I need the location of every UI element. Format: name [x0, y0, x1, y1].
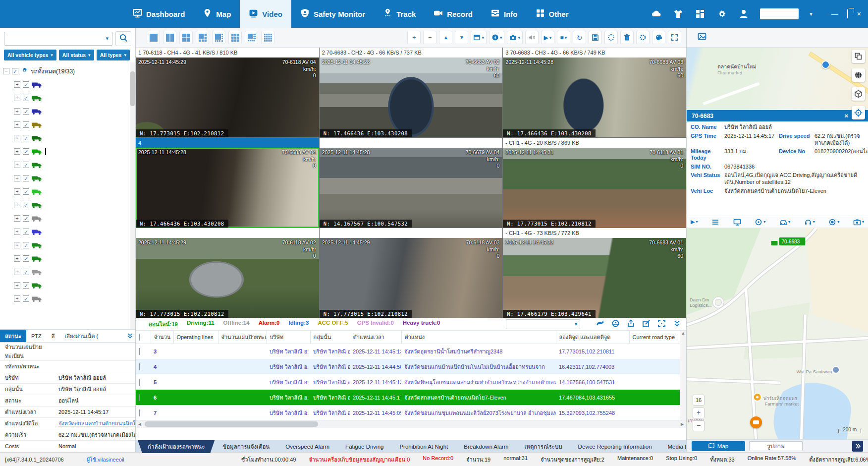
vehicle-checkbox[interactable]: ✓ — [23, 188, 29, 195]
layout-6-button[interactable] — [196, 31, 209, 44]
video-feed[interactable]: 2025-12-11 14:45:29 70-6118 AV 04km/h:0 … — [136, 58, 319, 137]
refresh-button[interactable]: ↻ — [573, 31, 586, 44]
tree-vehicle-row[interactable]: + ✓ — [14, 185, 135, 198]
vehicle-checkbox[interactable]: ✓ — [23, 81, 29, 88]
col-operating-lines[interactable]: Operating lines — [173, 331, 218, 344]
filter-dropdown[interactable]: All status ▾ — [59, 50, 94, 60]
snapshot-panel-button[interactable]: ▾ — [853, 218, 864, 226]
expand-expander[interactable]: + — [14, 108, 20, 115]
map-detail[interactable]: 70-6683 Daen Din Logistics... Wat Pa San… — [687, 228, 868, 439]
tree-vehicle-row[interactable]: + ✓ — [14, 145, 135, 158]
tabs-overflow-chevron-icon[interactable] — [127, 330, 135, 342]
col-lonlat[interactable]: ลองติจูด และแลตติจูด — [556, 331, 629, 344]
cloud-icon[interactable] — [651, 8, 662, 19]
row-checkbox[interactable] — [139, 394, 140, 401]
layers-icon[interactable] — [852, 50, 865, 63]
tree-vehicle-row[interactable]: + ✓ — [14, 225, 135, 238]
vehicle-checkbox[interactable]: ✓ — [23, 202, 29, 208]
export-icon[interactable] — [627, 319, 635, 329]
map-pin-icon[interactable] — [821, 60, 830, 69]
root-checkbox[interactable]: ✓ — [12, 68, 18, 74]
fleet-filter-select[interactable]: ▾ — [506, 319, 580, 329]
scroll-left-arrow[interactable]: ◄ — [136, 421, 144, 427]
vehicle-checkbox[interactable]: ✓ — [23, 282, 29, 289]
page-down-button[interactable]: ▼ — [455, 31, 468, 44]
user-menu-caret[interactable]: ▾ — [810, 11, 813, 17]
globe-icon[interactable] — [852, 68, 865, 82]
vehicle-checkbox[interactable]: ✓ — [23, 295, 29, 302]
tree-scrollbar[interactable] — [130, 62, 135, 329]
sidebar-tab[interactable]: PTZ — [26, 330, 47, 342]
video-feed[interactable]: 2025-12-11 14:45:28 70-6683 AV 03km/h:60… — [503, 58, 686, 137]
collapse-double-chevron-icon[interactable] — [673, 319, 681, 329]
panel-close-icon[interactable]: × — [844, 112, 848, 119]
snapshot-button[interactable]: ▾ — [507, 31, 523, 44]
layout-4-button[interactable] — [179, 31, 193, 44]
tree-vehicle-row[interactable]: + ✓ — [14, 292, 135, 305]
vehicle-command-button[interactable]: ▾ — [779, 218, 790, 226]
palette-button[interactable] — [652, 31, 665, 44]
expand-expander[interactable]: + — [14, 295, 20, 302]
tree-root-row[interactable]: − ✓ รถทั้งหมด(19/33) — [3, 64, 135, 78]
filter-dropdown[interactable]: All vehicle types ▾ — [4, 50, 56, 60]
expand-expander[interactable]: + — [14, 175, 20, 181]
tree-vehicle-row[interactable]: + ✓ — [14, 131, 135, 145]
tree-vehicle-row[interactable]: + ✓ — [14, 212, 135, 225]
table-row[interactable]: 6 บริษัท วิลาสิณี อ: บริษัท วิลาสิณี อ: … — [136, 390, 686, 405]
vehicle-checkbox[interactable]: ✓ — [23, 162, 29, 168]
trash-button[interactable] — [620, 31, 634, 44]
vehicle-checkbox[interactable]: ✓ — [23, 215, 29, 222]
tree-vehicle-row[interactable]: + ✓ — [14, 158, 135, 172]
video-feed[interactable]: 2025-12-11 14:45:28 70-6679 AV 04km/h:0 … — [320, 148, 503, 228]
play-button[interactable]: ▶▾ — [541, 31, 554, 44]
nav-tab-info[interactable]: Info — [482, 0, 527, 28]
tree-vehicle-row[interactable]: + ✓ — [14, 252, 135, 265]
col-road-type[interactable]: Current road type — [629, 331, 681, 344]
bottom-tab[interactable]: Breakdown Alarm — [456, 440, 516, 453]
col-position[interactable]: ตำแหน่ง — [401, 331, 556, 344]
sidebar-tab[interactable]: สี — [47, 330, 60, 342]
edit-icon[interactable] — [642, 319, 651, 329]
audio-mute-icon[interactable] — [525, 31, 539, 44]
video-feed[interactable]: 2025-12-11 14:45:31 70-6118 AV 01km/h:0 … — [503, 148, 686, 228]
fullscreen-expand-icon[interactable] — [657, 319, 666, 329]
video-cell-header[interactable]: - CH1 - 4G - 20 KB/S / 869 KB — [503, 138, 686, 148]
layout-9-button[interactable] — [228, 31, 242, 44]
expand-expander[interactable]: + — [14, 255, 20, 262]
feedback-chat-button[interactable] — [750, 416, 762, 428]
zoom-in-button[interactable]: + — [407, 31, 421, 44]
layout-modules-icon[interactable] — [695, 8, 705, 19]
tree-vehicle-row[interactable]: + ✓ — [14, 265, 135, 279]
nav-tab-dashboard[interactable]: Dashboard — [124, 0, 194, 28]
route-icon[interactable] — [596, 319, 604, 329]
row-checkbox[interactable] — [139, 379, 140, 386]
filter-dropdown[interactable]: All types ▾ — [97, 50, 130, 60]
vehicle-checkbox[interactable]: ✓ — [23, 229, 29, 235]
tree-vehicle-row[interactable]: + ✓ — [14, 198, 135, 212]
video-feed[interactable]: 2025-12-11 14:45:32 70-6683 AV 01km/h:60… — [503, 238, 686, 318]
video-feed[interactable]: 2025-12-11 14:45:28 70-6683 AV 02km/h:60… — [320, 58, 503, 137]
col-time[interactable]: ตำแหน่งเวลา — [350, 331, 401, 344]
bottom-tab[interactable]: เหตุการณ์ระบบ — [516, 440, 570, 453]
close-button[interactable]: × — [857, 10, 861, 17]
intercom-button[interactable]: ▾ — [804, 218, 815, 226]
video-cell-header[interactable]: 4 — [136, 138, 319, 148]
map-overview[interactable]: ตลาดนัดบ้านใหม่ Flea market — [687, 48, 868, 110]
nav-tab-safety-monitor[interactable]: Safety Monitor — [291, 0, 374, 28]
layout-1-button[interactable] — [147, 31, 160, 44]
search-button[interactable] — [115, 31, 131, 46]
bottom-tab[interactable]: Media List — [660, 440, 686, 453]
video-feed[interactable]: 2025-12-11 14:45:28 70-6683 AV 04km/h:0 … — [136, 148, 319, 228]
page-up-button[interactable]: ▲ — [439, 31, 452, 44]
tree-vehicle-row[interactable]: + ✓ — [14, 172, 135, 185]
sidebar-tab[interactable]: สถานะ — [0, 330, 26, 342]
tree-vehicle-row[interactable]: + ✓ — [14, 118, 135, 131]
row-checkbox[interactable] — [139, 409, 140, 416]
minimize-button[interactable]: — — [831, 10, 838, 17]
sidebar-tab[interactable]: เสียงผ่านเน็ต ( — [59, 330, 103, 342]
bottom-tab[interactable]: Prohibition At Night — [391, 440, 456, 453]
video-cell-header[interactable] — [136, 228, 319, 238]
vehicle-checkbox[interactable]: ✓ — [23, 242, 29, 248]
table-row[interactable]: 5 บริษัท วิลาสิณี อ: บริษัท วิลาสิณี อ: … — [136, 374, 686, 390]
table-horizontal-scrollbar[interactable]: ◄ ► — [136, 420, 686, 428]
